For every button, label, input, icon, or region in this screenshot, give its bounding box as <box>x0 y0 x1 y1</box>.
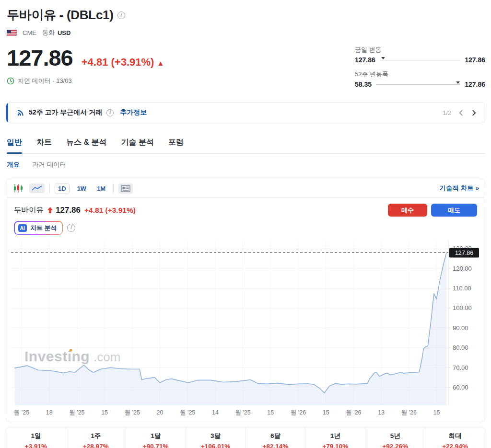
svg-text:15: 15 <box>433 409 440 416</box>
day-range-high: 127.86 <box>465 56 485 64</box>
arrow-up-icon <box>47 207 53 213</box>
performance-cell-6m[interactable]: 6달 +82.14% <box>246 427 306 448</box>
tab-chart[interactable]: 차트 <box>36 138 52 153</box>
performance-cell-1y[interactable]: 1년 +79.10% <box>305 427 365 448</box>
range-1d-button[interactable]: 1D <box>55 183 70 194</box>
svg-text:14: 14 <box>212 409 219 416</box>
svg-text:60.00: 60.00 <box>453 384 468 391</box>
svg-text:Investing: Investing <box>24 348 90 364</box>
svg-text:80.00: 80.00 <box>453 344 468 351</box>
svg-text:15: 15 <box>101 409 108 416</box>
subtab-overview[interactable]: 개요 <box>7 161 20 169</box>
price-change: +4.81 (+3.91%) ▲ <box>82 56 164 69</box>
alert-prev-button[interactable] <box>458 110 464 116</box>
svg-text:90.00: 90.00 <box>453 324 468 332</box>
ticker-change: +4.81 (+3.91%) <box>84 206 136 215</box>
svg-text:120.00: 120.00 <box>453 265 472 272</box>
ai-info-icon[interactable]: i <box>67 224 75 232</box>
ticker-name: 두바이유 <box>14 205 44 215</box>
page-title: 두바이유 - (DBLc1) <box>7 7 114 23</box>
tab-technical-analysis[interactable]: 기술 분석 <box>121 138 153 153</box>
performance-cell-1w[interactable]: 1주 +28.97% <box>66 427 126 448</box>
area-chart-icon <box>32 185 42 192</box>
svg-text:.com: .com <box>94 350 120 364</box>
chevron-right-icon <box>471 110 477 116</box>
performance-cell-5y[interactable]: 5년 +92.26% <box>365 427 425 448</box>
currency-caption: 통화 <box>42 28 55 37</box>
day-range-label: 금일 변동 <box>355 46 485 54</box>
alert-next-button[interactable] <box>471 110 477 116</box>
day-range: 127.86 127.86 <box>355 56 485 64</box>
current-price: 127.86 <box>7 45 73 71</box>
svg-text:월 '26: 월 '26 <box>291 409 306 416</box>
newspaper-icon <box>121 185 130 192</box>
price-chart[interactable]: 60.0070.0080.0090.00100.00110.00120.0013… <box>11 241 485 419</box>
performance-cell-3m[interactable]: 3달 +106.01% <box>186 427 246 448</box>
week52-range-track <box>376 84 460 85</box>
svg-text:20: 20 <box>157 409 164 416</box>
performance-strip: 1일 +3.91% 1주 +28.97% 1달 +90.71% 3달 +106.… <box>6 427 485 448</box>
ranges-block: 금일 변동 127.86 127.86 52주 변동폭 58.35 127.86 <box>355 45 485 94</box>
day-range-low: 127.86 <box>355 56 375 64</box>
svg-text:15: 15 <box>267 409 274 416</box>
tab-general[interactable]: 일반 <box>7 138 22 153</box>
sub-tabs: 개요 과거 데이터 <box>7 161 485 169</box>
ticker-row: 두바이유 127.86 +4.81 (+3.91%) 매수 매도 <box>6 198 485 218</box>
subtab-historical-data[interactable]: 과거 데이터 <box>32 161 66 169</box>
ai-button-label: 차트 분석 <box>30 224 57 232</box>
svg-text:18: 18 <box>46 409 53 416</box>
ai-chart-analysis-button[interactable]: AI 차트 분석 <box>14 221 63 235</box>
instrument-page: 두바이유 - (DBLc1) i CME 통화 USD 127.86 +4.81… <box>0 0 491 448</box>
exchange-label: CME <box>23 29 36 36</box>
svg-text:127.86: 127.86 <box>455 250 473 256</box>
range-1w-button[interactable]: 1W <box>74 184 90 194</box>
alert-pagination: 1/2 <box>443 109 451 116</box>
chevron-left-icon <box>458 110 464 116</box>
toolbar-divider <box>49 184 50 193</box>
performance-cell-1m[interactable]: 1달 +90.71% <box>126 427 186 448</box>
week52-range-low: 58.35 <box>355 80 372 88</box>
chart-toolbar: 1D 1W 1M 기술적 차트 » <box>6 179 485 198</box>
up-triangle-icon: ▲ <box>157 59 164 67</box>
technical-chart-link[interactable]: 기술적 차트 » <box>439 184 479 193</box>
week52-range-high: 127.86 <box>465 80 485 88</box>
currency-value: USD <box>58 29 70 36</box>
tab-news-analysis[interactable]: 뉴스 & 분석 <box>66 138 106 153</box>
svg-text:100.00: 100.00 <box>453 304 472 311</box>
week52-range-label: 52주 변동폭 <box>355 70 485 79</box>
week52-range: 58.35 127.86 <box>355 80 485 88</box>
main-tabs: 일반 차트 뉴스 & 분석 기술 분석 포럼 <box>7 138 485 154</box>
candlestick-icon <box>13 184 23 193</box>
performance-cell-max[interactable]: 최대 +22.94% <box>425 427 485 448</box>
ticker-price: 127.86 <box>56 206 81 215</box>
svg-text:월 '26: 월 '26 <box>401 409 417 416</box>
alert-more-link[interactable]: 추가정보 <box>120 108 147 117</box>
delay-note: 지연 데이터 · 13/03 <box>18 77 72 85</box>
chart-area: 60.0070.0080.0090.00100.00110.00120.0013… <box>6 237 485 422</box>
svg-text:월 '26: 월 '26 <box>346 409 361 416</box>
week52-range-marker-icon <box>456 81 460 84</box>
tab-forum[interactable]: 포럼 <box>168 138 184 153</box>
alert-info-icon[interactable]: i <box>106 109 114 116</box>
title-info-icon[interactable]: i <box>117 11 125 19</box>
sell-button[interactable]: 매도 <box>431 204 477 217</box>
svg-text:월 '25: 월 '25 <box>235 409 250 416</box>
day-range-track <box>380 60 460 60</box>
range-1m-button[interactable]: 1M <box>94 184 108 194</box>
svg-text:70.00: 70.00 <box>453 364 468 371</box>
svg-text:110.00: 110.00 <box>453 285 471 292</box>
svg-text:13: 13 <box>378 409 385 416</box>
alert-banner: 52주 고가 부근에서 거래 i 추가정보 1/2 <box>6 102 485 123</box>
candlestick-chart-button[interactable] <box>12 183 24 194</box>
svg-text:월 '25: 월 '25 <box>180 409 195 416</box>
performance-cell-1d[interactable]: 1일 +3.91% <box>6 427 66 448</box>
area-chart-button[interactable] <box>29 184 45 193</box>
day-range-marker-icon <box>381 57 385 59</box>
news-view-button[interactable] <box>118 184 133 194</box>
clock-icon <box>7 77 14 85</box>
chart-card: 1D 1W 1M 기술적 차트 » 두바이유 127.86 <box>6 179 485 422</box>
alert-text: 52주 고가 부근에서 거래 <box>29 108 102 117</box>
ai-row: AI 차트 분석 i <box>6 218 485 237</box>
toolbar-divider <box>113 184 114 193</box>
buy-button[interactable]: 매수 <box>388 204 427 217</box>
